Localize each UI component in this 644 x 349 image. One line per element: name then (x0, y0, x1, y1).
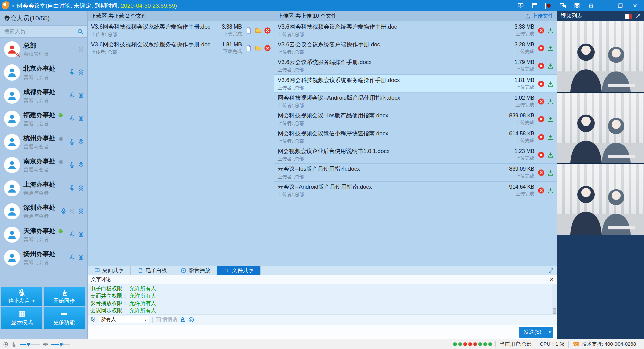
mic-icon[interactable] (60, 208, 67, 215)
camera-icon[interactable] (77, 254, 85, 261)
search-icon[interactable] (77, 28, 84, 35)
delete-icon[interactable] (538, 80, 545, 87)
tab-media-play[interactable]: 影音播放 (174, 266, 217, 275)
camera-icon[interactable] (77, 231, 85, 238)
delete-icon[interactable] (264, 27, 271, 34)
video-thumbnail[interactable] (557, 93, 644, 164)
mic-icon[interactable] (69, 69, 76, 76)
camera-off-icon[interactable] (69, 208, 76, 215)
participant-row[interactable]: 总部 会议管理员 (0, 38, 87, 61)
participant-row[interactable]: 天津办事处 普通与会者 (0, 223, 87, 246)
send-dropdown-icon[interactable]: ▼ (546, 327, 553, 338)
upload-file-row[interactable]: V3.6网会科技视频会议系统服务端操作手册.docx 上传者: 总部 1.81 … (274, 75, 557, 93)
mic-volume-icon[interactable] (11, 341, 17, 347)
download-icon[interactable] (547, 116, 554, 123)
delete-icon[interactable] (538, 98, 545, 105)
display-mode-button[interactable]: 显示模式 (1, 307, 42, 329)
delete-icon[interactable] (538, 62, 545, 69)
download-icon[interactable] (547, 98, 554, 105)
record-icon[interactable] (543, 1, 554, 10)
upload-file-row[interactable]: 云会议--Ios版产品使用指南.docx 上传者: 总部 839.09 KB 上… (274, 164, 557, 182)
start-sync-button[interactable]: 开始同步 (44, 287, 85, 306)
upload-file-row[interactable]: 云会议--Android版产品使用指南.docx 上传者: 总部 914.64 … (274, 182, 557, 199)
upload-file-row[interactable]: V3.6云会议会议系统客户端操作手册.doc 上传者: 总部 3.28 MB 上… (274, 39, 557, 57)
mic-icon[interactable] (69, 115, 76, 122)
upload-file-button[interactable]: 上传文件 (525, 13, 553, 20)
download-file-row[interactable]: V3.6网会科技视频会议系统客户端操作手册.doc 上传者: 总部 3.38 M… (88, 21, 274, 39)
open-folder-icon[interactable] (255, 45, 262, 52)
upload-file-row[interactable]: 网会科技视频会议--Ios版产品使用指南.docx 上传者: 总部 839.08… (274, 110, 557, 128)
expand-panel-icon[interactable] (548, 266, 557, 275)
camera-icon[interactable] (77, 138, 85, 145)
download-icon[interactable] (547, 45, 554, 52)
download-icon[interactable] (547, 27, 554, 34)
emoji-button[interactable] (188, 317, 194, 323)
camera-icon[interactable] (77, 208, 85, 215)
settings-icon[interactable]: ⚙ (586, 1, 596, 10)
screen-sync-icon[interactable] (557, 1, 568, 10)
upload-file-row[interactable]: 网会科技视频会议--Android版产品使用指南.docx 上传者: 总部 1.… (274, 93, 557, 110)
screen-share-icon[interactable] (515, 1, 526, 10)
tab-whiteboard[interactable]: 电子白板 (131, 266, 174, 275)
recipient-select[interactable]: 所有人∨ (99, 316, 149, 323)
participant-row[interactable]: 上海办事处 普通与会者 (0, 177, 87, 200)
delete-icon[interactable] (538, 27, 545, 34)
mic-icon[interactable] (69, 92, 76, 99)
delete-icon[interactable] (538, 151, 545, 158)
download-file-row[interactable]: V3.6网会科技视频会议系统服务端操作手册.docx 上传者: 总部 1.81 … (88, 39, 274, 57)
mic-icon[interactable] (69, 161, 76, 168)
camera-icon[interactable] (77, 115, 85, 122)
menu-chevron-icon[interactable]: ∨ (12, 3, 15, 8)
mic-icon[interactable] (69, 254, 76, 261)
record-indicator-icon[interactable] (3, 341, 9, 347)
camera-icon[interactable] (77, 161, 85, 168)
camera-off-icon[interactable] (77, 46, 85, 53)
download-icon[interactable] (547, 134, 554, 141)
camera-icon[interactable] (77, 92, 85, 99)
download-icon[interactable] (547, 62, 554, 69)
open-folder-icon[interactable] (255, 27, 262, 34)
delete-icon[interactable] (538, 116, 545, 123)
participant-row[interactable]: 南京办事处 普通与会者 (0, 153, 87, 177)
maximize-button[interactable]: ❐ (614, 1, 626, 10)
delete-icon[interactable] (538, 134, 545, 141)
mic-icon[interactable] (69, 231, 76, 238)
upload-file-row[interactable]: 网会科技视频会议微信小程序快速指南.docx 上传者: 总部 614.58 KB… (274, 128, 557, 146)
stop-speaking-button[interactable]: 停止发言▼ (1, 287, 42, 306)
delete-icon[interactable] (538, 187, 545, 194)
speaker-volume-slider[interactable] (51, 344, 70, 345)
participant-row[interactable]: 福建办事处 普通与会者 (0, 107, 87, 130)
whisper-checkbox[interactable]: 悄悄话 (156, 316, 177, 323)
participant-row[interactable]: 深圳办事处 普通与会者 (0, 200, 87, 223)
send-button[interactable]: 发送(S) ▼ (519, 327, 553, 338)
upload-file-row[interactable]: 网会视频会议企业后台使用说明书1.0.1.docx 上传者: 总部 1.23 M… (274, 146, 557, 164)
delete-icon[interactable] (264, 45, 271, 52)
speaker-volume-icon[interactable] (42, 341, 48, 347)
download-icon[interactable] (547, 169, 554, 176)
message-input[interactable]: 发送(S) ▼ (88, 325, 557, 339)
participant-row[interactable]: 扬州办事处 普通与会者 (0, 246, 87, 269)
layout-1-2-icon[interactable] (625, 14, 632, 19)
minimize-button[interactable]: — (600, 1, 611, 10)
video-thumbnail[interactable] (557, 21, 644, 93)
delete-icon[interactable] (538, 169, 545, 176)
fullscreen-icon[interactable] (635, 13, 641, 19)
participant-row[interactable]: 北京办事处 普通与会者 (0, 61, 87, 84)
open-file-icon[interactable] (245, 45, 252, 52)
chat-scrollbar[interactable] (552, 284, 557, 314)
chat-close-icon[interactable]: ✕ (550, 276, 554, 283)
more-functions-button[interactable]: 更多功能 (44, 307, 85, 329)
search-box[interactable] (0, 26, 87, 38)
participant-row[interactable]: 杭州办事处 普通与会者 (0, 130, 87, 153)
participant-row[interactable]: 成都办事处 普通与会者 (0, 84, 87, 107)
upload-file-row[interactable]: V3.6云会议系统服务端操作手册.docx 上传者: 总部 1.79 MB 上传… (274, 57, 557, 75)
window-mode-icon[interactable] (529, 1, 540, 10)
delete-icon[interactable] (538, 45, 545, 52)
font-color-button[interactable]: A (181, 317, 185, 322)
close-button[interactable]: ✕ (629, 1, 641, 10)
download-icon[interactable] (547, 187, 554, 194)
video-thumbnail[interactable] (557, 164, 644, 235)
download-icon[interactable] (547, 151, 554, 158)
download-icon[interactable] (547, 80, 554, 87)
tab-desktop-share[interactable]: 桌面共享 (88, 266, 131, 275)
